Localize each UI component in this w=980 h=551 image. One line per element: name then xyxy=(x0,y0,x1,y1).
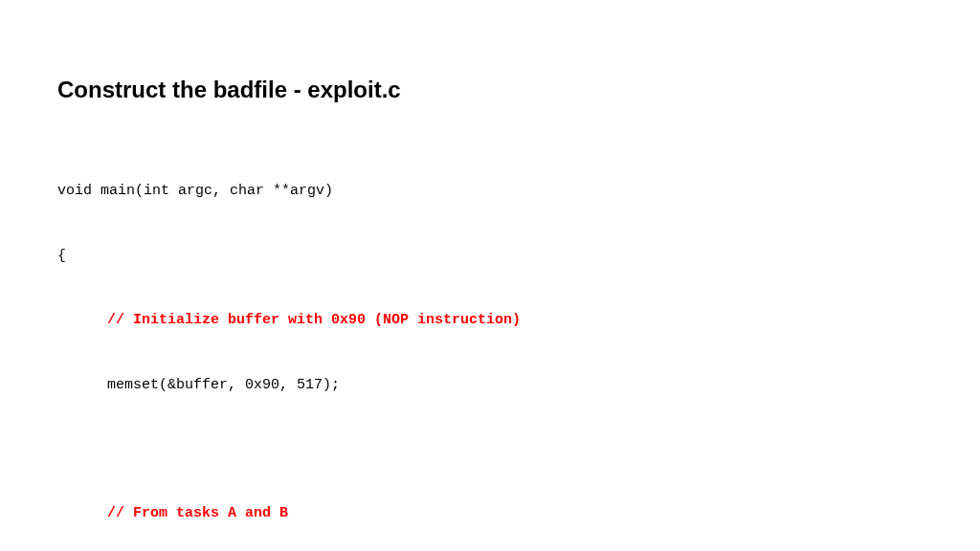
code-line: void main(int argc, char **argv) xyxy=(57,181,923,203)
code-line: memset(&buffer, 0x90, 517); xyxy=(107,375,923,397)
code-comment: // From tasks A and B xyxy=(107,503,923,525)
code-block: void main(int argc, char **argv) { // In… xyxy=(57,138,923,551)
slide-title: Construct the badfile - exploit.c xyxy=(57,77,923,103)
blank-line xyxy=(57,439,923,460)
code-comment: // Initialize buffer with 0x90 (NOP inst… xyxy=(107,310,923,332)
code-line: { xyxy=(57,246,923,268)
slide-content: Construct the badfile - exploit.c void m… xyxy=(0,0,980,551)
